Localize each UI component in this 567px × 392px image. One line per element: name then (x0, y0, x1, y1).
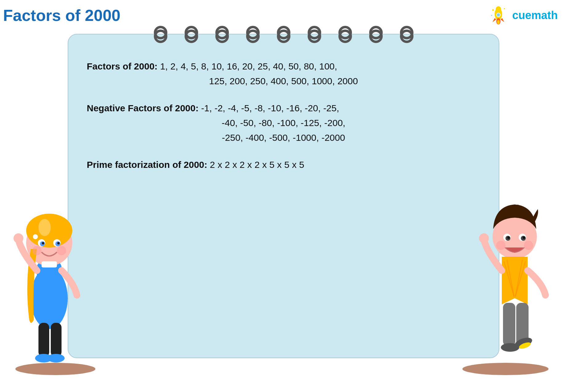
rings (68, 26, 499, 43)
ring-4 (248, 26, 258, 43)
prime-label: Prime factorization of 2000: (87, 160, 207, 170)
svg-point-8 (504, 8, 505, 9)
ring-9 (402, 26, 412, 43)
ring-7 (340, 26, 350, 43)
ring-8 (371, 26, 381, 43)
svg-point-22 (57, 246, 66, 255)
svg-point-1 (496, 6, 501, 13)
logo-area: cuemath (488, 5, 558, 26)
negative-value: -1, -2, -4, -5, -8, -10, -16, -20, -25, (198, 103, 339, 113)
svg-point-21 (32, 246, 42, 255)
svg-point-9 (491, 15, 492, 16)
factors-value: 1, 2, 4, 5, 8, 10, 16, 20, 25, 40, 50, 8… (158, 61, 337, 71)
rocket-icon (488, 5, 509, 26)
svg-point-35 (507, 236, 510, 239)
character-right (469, 160, 561, 375)
svg-point-4 (497, 13, 500, 17)
ring-3 (217, 26, 227, 43)
svg-point-29 (47, 354, 65, 362)
page-title: Factors of 2000 (3, 6, 121, 25)
factors-section: Factors of 2000: 1, 2, 4, 5, 8, 10, 16, … (87, 59, 480, 89)
svg-rect-26 (38, 323, 49, 357)
svg-rect-23 (42, 261, 57, 267)
notebook: Factors of 2000: 1, 2, 4, 5, 8, 10, 16, … (68, 34, 499, 358)
svg-point-38 (524, 241, 533, 250)
svg-point-14 (38, 219, 51, 236)
ring-1 (156, 26, 166, 43)
svg-point-6 (497, 20, 500, 24)
negative-value3: -250, -400, -500, -1000, -2000 (87, 130, 480, 145)
svg-marker-3 (501, 18, 504, 22)
ring-6 (309, 26, 319, 43)
svg-point-7 (492, 9, 494, 11)
factors-value2: 125, 200, 250, 400, 500, 1000, 2000 (87, 74, 480, 89)
prime-section: Prime factorization of 2000: 2 x 2 x 2 x… (87, 157, 480, 172)
svg-point-24 (33, 234, 38, 239)
prime-value: 2 x 2 x 2 x 2 x 5 x 5 x 5 (207, 160, 304, 170)
svg-point-44 (479, 233, 489, 243)
negative-section: Negative Factors of 2000: -1, -2, -4, -5… (87, 101, 480, 145)
notebook-content: Factors of 2000: 1, 2, 4, 5, 8, 10, 16, … (87, 59, 480, 172)
svg-marker-2 (493, 18, 496, 22)
svg-point-37 (496, 241, 505, 250)
ring-5 (279, 26, 289, 43)
factors-label: Factors of 2000: (87, 61, 158, 71)
character-left (6, 160, 92, 375)
negative-label: Negative Factors of 2000: (87, 103, 198, 113)
svg-point-20 (57, 242, 60, 244)
svg-point-36 (523, 236, 525, 239)
logo-text: cuemath (512, 9, 558, 22)
svg-rect-27 (51, 323, 62, 357)
svg-point-25 (14, 233, 23, 243)
negative-value2: -40, -50, -80, -100, -125, -200, (87, 116, 480, 130)
ring-2 (186, 26, 196, 43)
svg-rect-45 (503, 303, 515, 346)
svg-point-19 (42, 242, 44, 244)
